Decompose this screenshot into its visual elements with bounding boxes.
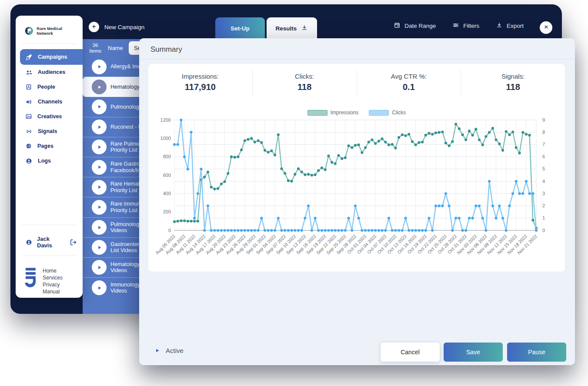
- tab-results[interactable]: Results: [267, 17, 317, 39]
- date-range-button[interactable]: Date Range: [394, 22, 436, 30]
- play-button[interactable]: [92, 80, 107, 94]
- play-button[interactable]: [92, 160, 107, 175]
- campaign-name: PulmonologVideos: [110, 221, 139, 234]
- date-range-label: Date Range: [404, 23, 436, 29]
- sidebar-nav: Campaigns Audiences People Channels Crea…: [16, 48, 83, 168]
- svg-text:5: 5: [542, 166, 545, 171]
- sidebar-item-label: Channels: [38, 99, 62, 105]
- svg-text:0: 0: [168, 228, 171, 233]
- play-button[interactable]: [92, 100, 107, 114]
- globe-icon: [25, 143, 32, 150]
- play-button[interactable]: [92, 120, 107, 134]
- campaign-name: Allergy& Imm: [110, 63, 143, 70]
- summary-card: Impressions: 117,910Clicks: 118Avg CTR %…: [148, 63, 565, 272]
- campaign-name: Rare GastroFacebook/In: [110, 161, 140, 173]
- sidebar-item-channels[interactable]: Channels: [16, 94, 83, 109]
- filters-button[interactable]: Filters: [452, 22, 479, 30]
- divider: [22, 225, 77, 225]
- stats-row: Impressions: 117,910Clicks: 118Avg CTR %…: [148, 64, 565, 96]
- status-toggle[interactable]: Active: [154, 347, 184, 354]
- sidebar-item-logs[interactable]: Logs: [16, 153, 83, 168]
- divider: [140, 59, 574, 60]
- footer-link-home[interactable]: Home: [43, 267, 63, 274]
- divider: [22, 256, 77, 256]
- footer-link-privacy[interactable]: Privacy: [43, 281, 63, 288]
- rocket-icon: [25, 53, 33, 61]
- play-button[interactable]: [92, 140, 107, 154]
- svg-text:400: 400: [163, 191, 171, 196]
- footer-link-services[interactable]: Services: [43, 274, 63, 281]
- sidebar-item-signals[interactable]: Signals: [16, 124, 83, 139]
- play-button[interactable]: [92, 280, 107, 295]
- svg-text:1: 1: [542, 215, 545, 220]
- legend-item-clicks[interactable]: Clicks: [369, 110, 406, 116]
- play-button[interactable]: [92, 180, 107, 195]
- play-button[interactable]: [92, 220, 107, 235]
- sidebar-item-campaigns[interactable]: Campaigns: [20, 49, 83, 65]
- legend-swatch: [369, 110, 389, 116]
- sidebar-item-pages[interactable]: Pages: [16, 139, 83, 153]
- stat-label: Signals:: [461, 73, 565, 80]
- brand: Rare Medical Network: [16, 16, 83, 36]
- brand-name: Rare Medical Network: [37, 26, 78, 36]
- close-button[interactable]: [540, 21, 552, 34]
- summary-modal: Summary Impressions: 117,910Clicks: 118A…: [139, 38, 575, 365]
- filters-label: Filters: [463, 23, 479, 29]
- stat-label: Avg CTR %:: [357, 73, 461, 80]
- legend-swatch: [307, 110, 327, 116]
- legend-label: Impressions: [331, 110, 359, 116]
- calendar-icon: [394, 22, 401, 30]
- pause-button[interactable]: Pause: [507, 343, 566, 362]
- footer-links: HomeServicesPrivacyManual: [43, 267, 63, 295]
- download-icon[interactable]: [301, 24, 308, 33]
- sidebar-item-label: Signals: [38, 128, 57, 134]
- topbar-actions: Date Range Filters Export: [394, 22, 524, 30]
- name-column-header[interactable]: Name: [108, 45, 123, 51]
- svg-text:1200: 1200: [160, 117, 171, 123]
- id-card-icon: [25, 83, 32, 90]
- sidebar-item-creatives[interactable]: Creatives: [16, 109, 83, 124]
- svg-text:6: 6: [542, 154, 545, 159]
- items-count: 36 Items: [83, 43, 108, 54]
- campaign-name: Pulmonolog: [110, 104, 139, 110]
- tab-set-up[interactable]: Set-Up: [215, 17, 265, 39]
- stat-value: 117,910: [148, 82, 252, 92]
- play-button[interactable]: [92, 260, 107, 275]
- new-campaign-button[interactable]: New Campaign: [89, 22, 144, 32]
- play-button[interactable]: [92, 240, 107, 255]
- sidebar-item-label: Campaigns: [38, 54, 67, 60]
- campaign-name: ImmunologyVideos: [110, 282, 140, 294]
- campaign-name: Rare ImmunPriority List: [110, 201, 140, 213]
- sidebar-item-audiences[interactable]: Audiences: [16, 65, 83, 80]
- stat-label: Impressions:: [148, 73, 252, 80]
- stat-value: 0.1: [357, 82, 461, 92]
- filters-icon: [452, 22, 459, 30]
- sidebar-item-label: Audiences: [38, 69, 65, 75]
- play-button[interactable]: [92, 60, 107, 74]
- image-icon: [25, 113, 32, 120]
- download-icon: [496, 22, 503, 30]
- sidebar-item-label: People: [37, 84, 55, 90]
- chart: 0123456789020040060080010001200Aug 05 20…: [154, 116, 561, 266]
- export-label: Export: [507, 23, 524, 29]
- sidebar-item-people[interactable]: People: [16, 80, 83, 94]
- new-campaign-label: New Campaign: [104, 24, 144, 30]
- logout-icon[interactable]: [69, 238, 77, 246]
- status-label: Active: [166, 347, 184, 354]
- play-button[interactable]: [92, 200, 107, 215]
- user-name: Jack Davis: [37, 236, 65, 249]
- stat-value: 118: [461, 82, 565, 92]
- user-avatar-icon: [25, 239, 33, 246]
- cancel-button[interactable]: Cancel: [381, 343, 440, 362]
- footer-link-manual[interactable]: Manual: [43, 288, 63, 295]
- user-row[interactable]: Jack Davis: [16, 230, 83, 255]
- export-button[interactable]: Export: [496, 22, 524, 30]
- campaign-name: Rare HematPriority List: [110, 181, 140, 193]
- svg-text:3: 3: [542, 191, 545, 196]
- save-button[interactable]: Save: [444, 343, 503, 362]
- legend-item-impressions[interactable]: Impressions: [307, 110, 359, 116]
- svg-text:2: 2: [542, 203, 545, 208]
- svg-text:0: 0: [542, 228, 545, 233]
- five-logo: [24, 267, 37, 287]
- line-chart-svg: 0123456789020040060080010001200Aug 05 20…: [154, 116, 561, 264]
